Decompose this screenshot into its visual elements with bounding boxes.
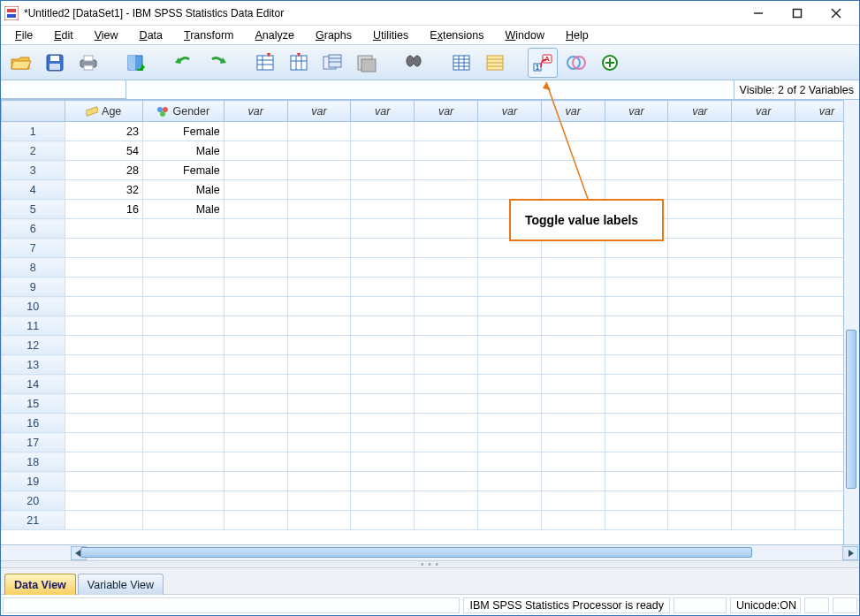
cell-age[interactable] bbox=[65, 511, 142, 530]
cell-empty[interactable] bbox=[668, 141, 732, 161]
cell-empty[interactable] bbox=[224, 336, 287, 355]
cell-empty[interactable] bbox=[415, 472, 478, 491]
row-header[interactable]: 21 bbox=[2, 511, 65, 530]
column-header-empty[interactable]: var bbox=[224, 101, 287, 122]
cell-empty[interactable] bbox=[287, 433, 351, 452]
cell-empty[interactable] bbox=[287, 511, 351, 530]
cell-empty[interactable] bbox=[224, 122, 287, 141]
cell-empty[interactable] bbox=[415, 161, 478, 180]
column-header-empty[interactable]: var bbox=[287, 101, 351, 122]
cell-empty[interactable] bbox=[478, 122, 542, 141]
row-header[interactable]: 8 bbox=[2, 258, 65, 278]
cell-empty[interactable] bbox=[478, 452, 542, 472]
cell-empty[interactable] bbox=[541, 414, 605, 433]
cell-empty[interactable] bbox=[478, 316, 542, 336]
cell-empty[interactable] bbox=[351, 180, 415, 200]
cell-empty[interactable] bbox=[287, 375, 351, 394]
cell-empty[interactable] bbox=[287, 336, 351, 355]
row-header[interactable]: 5 bbox=[2, 200, 65, 219]
run-descriptive-icon[interactable] bbox=[351, 48, 381, 78]
menu-file[interactable]: File bbox=[6, 27, 42, 43]
cell-empty[interactable] bbox=[668, 336, 732, 355]
cell-empty[interactable] bbox=[351, 452, 415, 472]
cell-empty[interactable] bbox=[224, 394, 287, 414]
cell-empty[interactable] bbox=[351, 297, 415, 316]
menu-edit[interactable]: Edit bbox=[45, 27, 82, 43]
row-header[interactable]: 16 bbox=[2, 414, 65, 433]
column-header-gender[interactable]: Gender bbox=[142, 101, 224, 122]
cell-empty[interactable] bbox=[478, 297, 542, 316]
column-header-empty[interactable]: var bbox=[415, 101, 478, 122]
cell-age[interactable]: 54 bbox=[65, 141, 142, 161]
cell-gender[interactable] bbox=[142, 316, 224, 336]
cell-empty[interactable] bbox=[351, 278, 415, 297]
cell-value-box[interactable] bbox=[126, 80, 734, 99]
cell-age[interactable] bbox=[65, 433, 142, 452]
cell-empty[interactable] bbox=[541, 452, 605, 472]
vertical-scroll-thumb[interactable] bbox=[846, 330, 856, 489]
cell-empty[interactable] bbox=[541, 161, 605, 180]
cell-gender[interactable] bbox=[142, 472, 224, 491]
cell-empty[interactable] bbox=[732, 219, 795, 239]
row-header[interactable]: 3 bbox=[2, 161, 65, 180]
data-grid[interactable]: Age Gender var var var bbox=[1, 100, 859, 530]
cell-empty[interactable] bbox=[351, 355, 415, 375]
cell-empty[interactable] bbox=[351, 239, 415, 258]
undo-icon[interactable] bbox=[169, 48, 199, 78]
cell-age[interactable]: 32 bbox=[65, 180, 142, 200]
corner-header[interactable] bbox=[2, 101, 65, 122]
cell-empty[interactable] bbox=[668, 258, 732, 278]
cell-empty[interactable] bbox=[732, 452, 795, 472]
cell-empty[interactable] bbox=[415, 122, 478, 141]
cell-empty[interactable] bbox=[351, 511, 415, 530]
cell-empty[interactable] bbox=[287, 491, 351, 511]
cell-empty[interactable] bbox=[351, 433, 415, 452]
table-row[interactable]: 12 bbox=[2, 336, 859, 355]
column-header-age[interactable]: Age bbox=[65, 101, 142, 122]
cell-gender[interactable]: Male bbox=[142, 200, 224, 219]
cell-empty[interactable] bbox=[605, 355, 668, 375]
row-header[interactable]: 14 bbox=[2, 375, 65, 394]
cell-empty[interactable] bbox=[605, 122, 668, 141]
row-header[interactable]: 17 bbox=[2, 433, 65, 452]
cell-empty[interactable] bbox=[287, 297, 351, 316]
cell-empty[interactable] bbox=[478, 258, 542, 278]
cell-empty[interactable] bbox=[224, 414, 287, 433]
cell-empty[interactable] bbox=[732, 433, 795, 452]
cell-empty[interactable] bbox=[605, 141, 668, 161]
menu-data[interactable]: Data bbox=[131, 27, 171, 43]
cell-empty[interactable] bbox=[605, 278, 668, 297]
cell-empty[interactable] bbox=[415, 141, 478, 161]
splitter[interactable]: • • • bbox=[1, 560, 859, 567]
cell-empty[interactable] bbox=[415, 278, 478, 297]
table-row[interactable]: 19 bbox=[2, 472, 859, 491]
cell-empty[interactable] bbox=[605, 297, 668, 316]
cell-empty[interactable] bbox=[668, 180, 732, 200]
menu-graphs[interactable]: Graphs bbox=[307, 27, 361, 43]
cell-empty[interactable] bbox=[541, 511, 605, 530]
table-row[interactable]: 16 bbox=[2, 414, 859, 433]
cell-age[interactable] bbox=[65, 278, 142, 297]
insert-cases-icon[interactable] bbox=[446, 48, 476, 78]
cell-empty[interactable] bbox=[351, 414, 415, 433]
maximize-button[interactable] bbox=[778, 3, 817, 24]
table-row[interactable]: 14 bbox=[2, 375, 859, 394]
row-header[interactable]: 6 bbox=[2, 219, 65, 239]
cell-empty[interactable] bbox=[287, 394, 351, 414]
cell-empty[interactable] bbox=[732, 394, 795, 414]
save-icon[interactable] bbox=[40, 48, 70, 78]
cell-empty[interactable] bbox=[415, 258, 478, 278]
print-icon[interactable] bbox=[73, 48, 103, 78]
horizontal-scrollbar[interactable] bbox=[1, 544, 859, 560]
column-header-empty[interactable]: var bbox=[351, 101, 415, 122]
cell-gender[interactable] bbox=[142, 278, 224, 297]
cell-empty[interactable] bbox=[351, 491, 415, 511]
goto-case-icon[interactable] bbox=[250, 48, 280, 78]
table-row[interactable]: 123Female bbox=[2, 122, 859, 141]
column-header-empty[interactable]: var bbox=[732, 101, 795, 122]
cell-empty[interactable] bbox=[415, 180, 478, 200]
cell-empty[interactable] bbox=[415, 375, 478, 394]
horizontal-scroll-thumb[interactable] bbox=[80, 547, 752, 558]
column-header-empty[interactable]: var bbox=[605, 101, 668, 122]
cell-empty[interactable] bbox=[478, 375, 542, 394]
